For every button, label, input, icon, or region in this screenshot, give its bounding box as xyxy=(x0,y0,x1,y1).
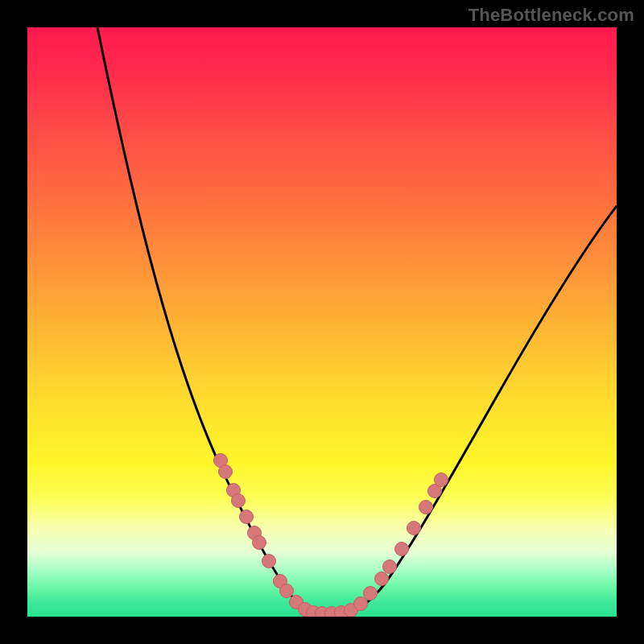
chart-frame: TheBottleneck.com xyxy=(0,0,644,644)
data-marker xyxy=(395,543,409,556)
data-marker xyxy=(240,510,254,524)
chart-svg xyxy=(27,27,617,617)
plot-area xyxy=(27,27,617,617)
data-marker xyxy=(253,536,266,550)
data-marker xyxy=(280,584,294,598)
data-marker xyxy=(407,522,421,535)
data-marker xyxy=(383,560,397,574)
watermark-text: TheBottleneck.com xyxy=(469,5,634,26)
data-marker xyxy=(375,572,389,586)
right-curve xyxy=(345,206,617,613)
curve-group xyxy=(97,27,617,613)
data-marker xyxy=(419,501,433,514)
data-marker xyxy=(364,587,378,601)
left-curve xyxy=(97,27,313,613)
data-marker xyxy=(354,597,368,611)
data-marker xyxy=(435,473,448,487)
data-marker xyxy=(262,555,276,568)
data-marker xyxy=(219,465,233,479)
data-marker xyxy=(232,494,246,508)
marker-group xyxy=(214,454,448,617)
